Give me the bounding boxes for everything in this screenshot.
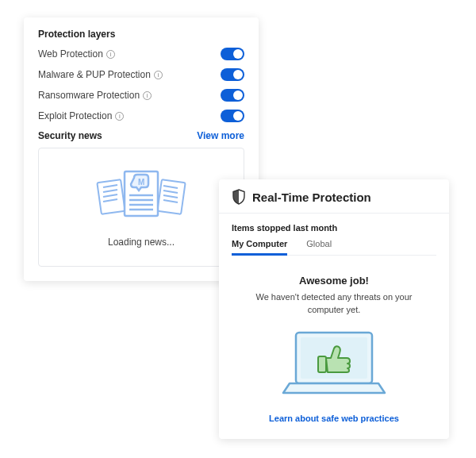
layer-label: Ransomware Protection i (38, 90, 152, 101)
realtime-body: Items stopped last month My Computer Glo… (219, 214, 449, 439)
layer-row-ransomware: Ransomware Protection i (38, 89, 244, 102)
view-more-link[interactable]: View more (197, 130, 244, 141)
layer-label: Web Protection i (38, 48, 115, 60)
toggle-web-protection[interactable] (221, 48, 244, 60)
layer-label: Exploit Protection i (38, 110, 124, 121)
realtime-card: Real-Time Protection Items stopped last … (219, 179, 449, 439)
layer-label: Malware & PUP Protection i (38, 69, 163, 80)
documents-illustration-icon: M (90, 167, 193, 222)
items-stopped-label: Items stopped last month (232, 223, 436, 233)
info-icon[interactable]: i (143, 91, 152, 100)
shield-icon (232, 189, 246, 205)
security-news-header: Security news View more (38, 130, 244, 141)
layer-row-web: Web Protection i (38, 48, 244, 60)
layer-text: Malware & PUP Protection (38, 69, 151, 80)
toggle-ransomware-protection[interactable] (221, 89, 244, 102)
realtime-header: Real-Time Protection (219, 179, 449, 214)
toggle-exploit-protection[interactable] (221, 110, 244, 122)
news-box: M Loading news... (38, 148, 244, 267)
layer-text: Ransomware Protection (38, 90, 140, 101)
svg-rect-0 (97, 179, 125, 214)
tab-my-computer[interactable]: My Computer (232, 239, 287, 256)
tabs: My Computer Global (232, 239, 436, 256)
svg-text:M: M (138, 178, 144, 187)
svg-rect-18 (318, 356, 326, 372)
laptop-thumbs-up-icon (278, 328, 390, 399)
protection-layers-title: Protection layers (38, 29, 244, 40)
learn-safe-web-link[interactable]: Learn about safe web practices (232, 414, 436, 426)
layer-row-exploit: Exploit Protection i (38, 110, 244, 122)
layer-text: Web Protection (38, 48, 103, 60)
laptop-illustration (232, 328, 436, 399)
layer-text: Exploit Protection (38, 110, 112, 121)
security-news-title: Security news (38, 130, 102, 141)
no-threats-message: We haven't detected any threats on your … (232, 291, 436, 317)
toggle-malware-protection[interactable] (221, 68, 244, 81)
realtime-title: Real-Time Protection (252, 191, 371, 204)
info-icon[interactable]: i (154, 71, 163, 79)
info-icon[interactable]: i (115, 112, 124, 121)
loading-news-text: Loading news... (108, 237, 175, 248)
layer-row-malware: Malware & PUP Protection i (38, 68, 244, 81)
awesome-headline: Awesome job! (232, 275, 436, 287)
tab-global[interactable]: Global (306, 239, 332, 255)
info-icon[interactable]: i (106, 50, 115, 59)
